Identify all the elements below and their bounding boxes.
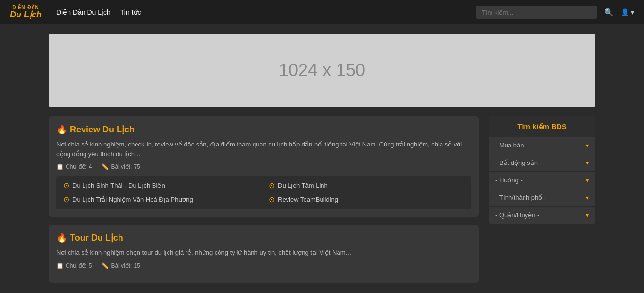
logo: DIỄN ĐÀN Du Lịch xyxy=(10,5,42,19)
sidebar-select-label-1: - Bất động sản - xyxy=(495,159,542,166)
nav: Diễn Đàn Du Lịch Tin tức xyxy=(56,8,461,16)
section-meta-tour: 📋 Chủ đề: 5 ✏️ Bài viết: 15 xyxy=(56,262,471,269)
user-icon: 👤 xyxy=(621,8,629,16)
play-icon-1: ⊙ xyxy=(269,181,275,190)
sub-forum-label-2: Du Lịch Trải Nghiệm Văn Hoá Địa Phương xyxy=(72,196,193,203)
sub-forums-review: ⊙ Du Lịch Sinh Thái - Du Lịch Biển ⊙ Du … xyxy=(56,176,471,209)
forum-section-review: 🔥 Review Du Lịch Nơi chia sẻ kinh nghiệm… xyxy=(49,116,479,217)
section-desc-review: Nơi chia sẻ kinh nghiệm, check-in, revie… xyxy=(56,140,471,159)
logo-main-text: Du Lịch xyxy=(10,10,42,19)
sidebar-select-label-2: - Hướng - xyxy=(495,177,523,184)
sub-forum-label-0: Du Lịch Sinh Thái - Du Lịch Biển xyxy=(72,182,165,189)
flame-icon-tour: 🔥 xyxy=(56,232,67,243)
sidebar-select-2[interactable]: - Hướng - ▾ xyxy=(489,172,595,189)
sub-forum-0[interactable]: ⊙ Du Lịch Sinh Thái - Du Lịch Biển xyxy=(63,181,259,190)
edit-icon: ✏️ xyxy=(102,163,109,170)
edit-icon-tour: ✏️ xyxy=(102,262,109,269)
chu-de-review: 📋 Chủ đề: 4 xyxy=(56,163,92,170)
section-title-tour[interactable]: Tour Du Lịch xyxy=(70,232,123,243)
section-header-review: 🔥 Review Du Lịch xyxy=(56,124,471,135)
book-icon-tour: 📋 xyxy=(56,262,64,269)
content-left: 🔥 Review Du Lịch Nơi chia sẻ kinh nghiệm… xyxy=(49,116,479,283)
sidebar-select-1[interactable]: - Bất động sản - ▾ xyxy=(489,154,595,172)
chevron-icon-3: ▾ xyxy=(586,195,589,201)
forum-section-tour: 🔥 Tour Du Lịch Nơi chia sẻ kinh nghiệm c… xyxy=(49,225,479,283)
user-chevron: ▾ xyxy=(631,8,634,16)
sidebar-select-label-3: - Tỉnh/thành phố - xyxy=(495,194,546,201)
flame-icon-review: 🔥 xyxy=(56,124,67,135)
chevron-icon-4: ▾ xyxy=(586,212,589,219)
search-input[interactable] xyxy=(476,6,597,19)
play-icon-0: ⊙ xyxy=(63,181,69,190)
sidebar-select-4[interactable]: - Quận/Huyện - ▾ xyxy=(489,207,595,224)
sub-forum-1[interactable]: ⊙ Du Lịch Tâm Linh xyxy=(269,181,464,190)
user-menu-button[interactable]: 👤 ▾ xyxy=(621,8,634,16)
chevron-icon-1: ▾ xyxy=(586,160,589,166)
chevron-icon-0: ▾ xyxy=(586,142,589,149)
section-title-review[interactable]: Review Du Lịch xyxy=(70,124,135,135)
sub-forum-2[interactable]: ⊙ Du Lịch Trải Nghiệm Văn Hoá Địa Phương xyxy=(63,195,259,204)
section-desc-tour: Nơi chia sẻ kinh nghiệm chọn tour du lịc… xyxy=(56,248,471,258)
banner-image: 1024 x 150 xyxy=(49,34,595,107)
sidebar-select-label-0: - Mua bán - xyxy=(495,142,527,149)
banner-area: 1024 x 150 xyxy=(0,24,644,116)
bai-viet-tour: ✏️ Bài viết: 15 xyxy=(102,262,140,269)
section-meta-review: 📋 Chủ đề: 4 ✏️ Bài viết: 75 xyxy=(56,163,471,170)
chu-de-tour: 📋 Chủ đề: 5 xyxy=(56,262,92,269)
nav-news[interactable]: Tin tức xyxy=(120,8,141,16)
sidebar-select-0[interactable]: - Mua bán - ▾ xyxy=(489,137,595,154)
banner-text: 1024 x 150 xyxy=(279,60,365,81)
sub-forum-3[interactable]: ⊙ Review TeamBuilding xyxy=(269,195,464,204)
nav-forum[interactable]: Diễn Đàn Du Lịch xyxy=(56,8,111,16)
search-button[interactable]: 🔍 xyxy=(602,6,616,19)
sidebar-title: Tìm kiếm BDS xyxy=(489,116,595,137)
play-icon-2: ⊙ xyxy=(63,195,69,204)
header: DIỄN ĐÀN Du Lịch Diễn Đàn Du Lịch Tin tứ… xyxy=(0,0,644,24)
logo-text: DIỄN ĐÀN Du Lịch xyxy=(10,5,42,19)
play-icon-3: ⊙ xyxy=(269,195,275,204)
sidebar-select-label-4: - Quận/Huyện - xyxy=(495,212,539,219)
bai-viet-review: ✏️ Bài viết: 75 xyxy=(102,163,140,170)
header-right: 🔍 👤 ▾ xyxy=(476,6,634,19)
sub-forum-label-3: Review TeamBuilding xyxy=(278,196,338,203)
chevron-icon-2: ▾ xyxy=(586,177,589,184)
sidebar-box: Tìm kiếm BDS - Mua bán - ▾ - Bất động sả… xyxy=(489,116,595,224)
book-icon: 📋 xyxy=(56,163,64,170)
sidebar-right: Tìm kiếm BDS - Mua bán - ▾ - Bất động sả… xyxy=(489,116,595,283)
sub-forum-label-1: Du Lịch Tâm Linh xyxy=(278,182,328,189)
section-header-tour: 🔥 Tour Du Lịch xyxy=(56,232,471,243)
sidebar-select-3[interactable]: - Tỉnh/thành phố - ▾ xyxy=(489,189,595,207)
main-layout: 🔥 Review Du Lịch Nơi chia sẻ kinh nghiệm… xyxy=(0,116,644,293)
